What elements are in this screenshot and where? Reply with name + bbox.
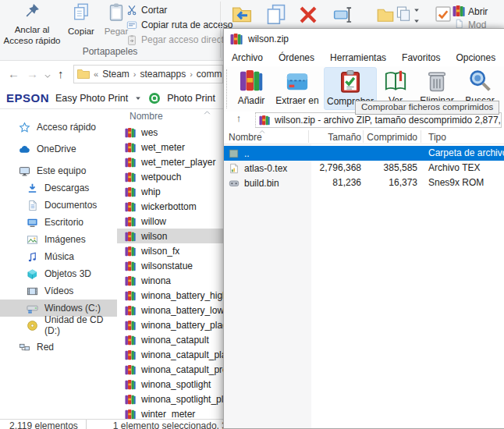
dropdown-triangle-icon[interactable] <box>413 6 421 14</box>
videos-icon <box>27 285 38 297</box>
photo-print-button[interactable]: Photo Print <box>167 93 215 104</box>
file-row-whip[interactable]: whip <box>117 184 224 199</box>
back-arrow-icon[interactable]: ← <box>8 67 20 80</box>
file-row-winona[interactable]: winona <box>117 273 224 288</box>
file-row-winona-spotlight[interactable]: winona_spotlight <box>117 377 224 392</box>
epson-menu-label[interactable]: Easy Photo Print <box>55 93 128 104</box>
winrar-books-icon <box>125 290 136 301</box>
column-header-name[interactable]: Nombre <box>229 132 262 143</box>
winrar-toolbar-asist[interactable]: Asist <box>500 67 504 110</box>
archive-row-[interactable]: ..Carpeta de archivos <box>224 146 504 161</box>
winrar-menu-herramientas[interactable]: Herramientas <box>322 51 394 65</box>
winrar-menu-opciones[interactable]: Opciones <box>448 51 503 65</box>
new-folder-icon[interactable] <box>376 5 395 24</box>
cut-button[interactable]: Cortar <box>126 2 167 17</box>
file-row-winona-catapult-proj[interactable]: winona_catapult_proj <box>117 362 224 377</box>
column-header-name[interactable]: Nombre <box>130 111 163 122</box>
winrar-titlebar[interactable]: wilson.zip <box>224 29 504 49</box>
toolbar-gripper[interactable] <box>226 69 227 108</box>
sidebar-item-v-deos[interactable]: Vídeos <box>0 282 117 300</box>
file-row-wet-meter-player[interactable]: wet_meter_player <box>117 154 224 169</box>
star-icon <box>19 122 30 133</box>
sort-ascending-chevron-icon[interactable] <box>203 109 211 116</box>
breadcrumb-collapsed-indicator[interactable]: « <box>93 69 99 79</box>
open-label[interactable]: Abrir <box>468 6 488 17</box>
sidebar-item-red[interactable]: Red <box>0 339 117 356</box>
copy-path-button[interactable]: Copiar ruta de acceso <box>126 17 232 32</box>
winrar-up-button[interactable]: ↑ <box>227 112 250 128</box>
file-name-label: wilson <box>141 231 167 242</box>
file-row-wilson[interactable]: wilson <box>117 229 224 243</box>
items-count: 2,119 elementos <box>0 420 86 429</box>
column-header-packed[interactable]: Comprimido <box>364 132 417 143</box>
winrar-menu-archivo[interactable]: Archivo <box>224 51 271 65</box>
file-row-wilsonstatue[interactable]: wilsonstatue <box>117 258 224 273</box>
sidebar-item-escritorio[interactable]: Escritorio <box>0 214 117 231</box>
sidebar-item-descargas[interactable]: Descargas <box>0 179 117 197</box>
column-header-size[interactable]: Tamaño <box>311 132 361 143</box>
sidebar-item-im-genes[interactable]: Imágenes <box>0 231 117 248</box>
move-to-icon[interactable] <box>231 3 253 25</box>
sidebar-item-objetos-3d[interactable]: Objetos 3D <box>0 265 117 282</box>
dropdown-triangle-icon[interactable] <box>413 17 421 25</box>
copy-label: Copiar <box>64 26 98 37</box>
file-row-winona-catapult[interactable]: winona_catapult <box>117 332 224 347</box>
sidebar-item-documentos[interactable]: Documentos <box>0 197 117 214</box>
file-row-winona-catapult-plac[interactable]: winona_catapult_plac <box>117 347 224 362</box>
sidebar-item-onedrive[interactable]: OneDrive <box>0 140 117 158</box>
sidebar-item-m-sica[interactable]: Música <box>0 248 117 265</box>
sidebar-item-acceso-r-pido[interactable]: Acceso rápido <box>0 119 117 136</box>
new-item-icon[interactable] <box>395 5 412 23</box>
file-row-winona-spotlight-pla[interactable]: winona_spotlight_pla <box>117 392 224 406</box>
delete-x-icon[interactable] <box>298 5 318 25</box>
breadcrumb-separator-icon: › <box>189 69 193 79</box>
file-name-label: whip <box>141 186 161 197</box>
winrar-window-title: wilson.zip <box>248 34 289 44</box>
rename-icon[interactable] <box>332 5 354 25</box>
up-arrow-icon[interactable]: ↑ <box>58 67 64 80</box>
breadcrumb-item[interactable]: comm <box>197 69 222 80</box>
winrar-open-icon[interactable] <box>453 5 465 17</box>
file-row-wilson-fx[interactable]: wilson_fx <box>117 243 224 258</box>
file-row-wetpouch[interactable]: wetpouch <box>117 169 224 184</box>
sidebar-item-unidad-de-cd-d[interactable]: Unidad de CD (D:) <box>0 317 117 334</box>
column-header-type[interactable]: Tipo <box>428 132 446 143</box>
file-row-wes[interactable]: wes <box>117 125 224 140</box>
file-row-winona-battery-place[interactable]: winona_battery_place <box>117 317 224 332</box>
file-row-winona-battery-high[interactable]: winona_battery_high <box>117 288 224 303</box>
column-divider[interactable] <box>363 130 364 143</box>
winrar-toolbar-a-adir[interactable]: Añadir <box>232 67 271 110</box>
scissors-icon <box>126 5 137 16</box>
monitor-icon <box>19 165 30 177</box>
breadcrumb-item[interactable]: steamapps <box>140 69 186 80</box>
pin-to-quick-access-button[interactable]: Anclar al Acceso rápido <box>2 2 62 47</box>
column-divider[interactable] <box>308 130 309 143</box>
recent-locations-chevron-icon[interactable] <box>44 73 51 80</box>
desktop-screenshot: Anclar al Acceso rápido Copiar Pegar Cor… <box>0 0 504 429</box>
copy-button[interactable]: Copiar <box>64 2 98 37</box>
checkbox-check-icon[interactable] <box>434 5 453 23</box>
dropdown-triangle-icon[interactable] <box>134 94 142 102</box>
sidebar-item-este-equipo[interactable]: Este equipo <box>0 162 117 179</box>
file-row-wickerbottom[interactable]: wickerbottom <box>117 199 224 214</box>
tooltip: Comprobar ficheros comprimidos <box>355 101 499 115</box>
file-row-wet-meter[interactable]: wet_meter <box>117 140 224 154</box>
address-bar[interactable]: « Steam › steamapps › comm <box>73 65 223 83</box>
tex-file-icon <box>229 163 240 174</box>
winrar-address-field[interactable]: wilson.zip - archivo ZIP, tamaño descomp… <box>255 112 502 128</box>
winrar-menu-rdenes[interactable]: Órdenes <box>271 51 322 65</box>
sidebar-item-label: Vídeos <box>44 285 73 296</box>
clipboard-section-label: Portapapeles <box>0 46 220 57</box>
winrar-toolbar-extraer-en[interactable]: Extraer en <box>272 67 322 110</box>
copy-to-icon[interactable] <box>265 3 287 25</box>
column-divider[interactable] <box>421 130 421 143</box>
paste-shortcut-button[interactable]: Pegar acceso directo <box>126 32 229 47</box>
file-row-winona-battery-low[interactable]: winona_battery_low <box>117 303 224 317</box>
file-row-willow[interactable]: willow <box>117 214 224 229</box>
breadcrumb-item[interactable]: Steam <box>102 69 130 80</box>
archive-row-atlas-0-tex[interactable]: atlas-0.tex2,796,368385,585Archivo TEX <box>224 161 504 176</box>
archive-row-build-bin[interactable]: build.bin81,23616,373Snes9x ROM <box>224 176 504 190</box>
winrar-books-icon <box>125 261 136 271</box>
forward-arrow-icon[interactable]: → <box>27 67 38 80</box>
winrar-menu-favoritos[interactable]: Favoritos <box>394 51 448 65</box>
